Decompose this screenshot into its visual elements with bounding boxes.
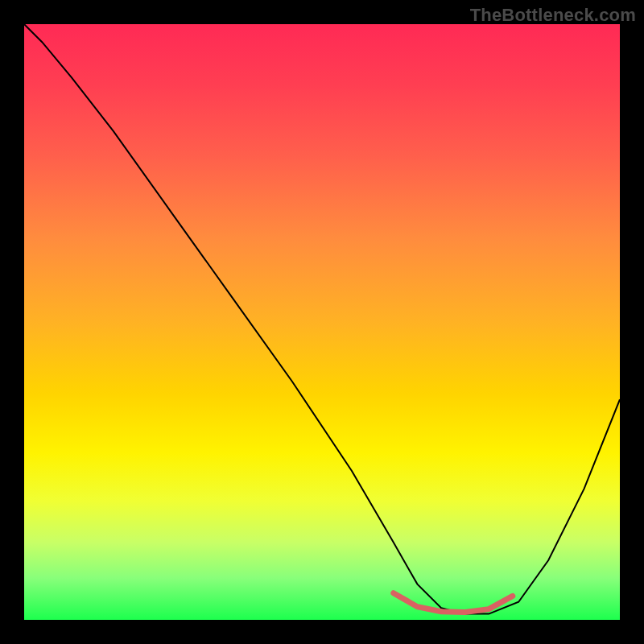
watermark-text: TheBottleneck.com	[470, 5, 636, 26]
highlight-line	[394, 593, 513, 613]
plot-area	[24, 24, 620, 620]
curve-line	[24, 24, 620, 614]
chart-frame: TheBottleneck.com	[0, 0, 644, 644]
chart-svg	[24, 24, 620, 620]
